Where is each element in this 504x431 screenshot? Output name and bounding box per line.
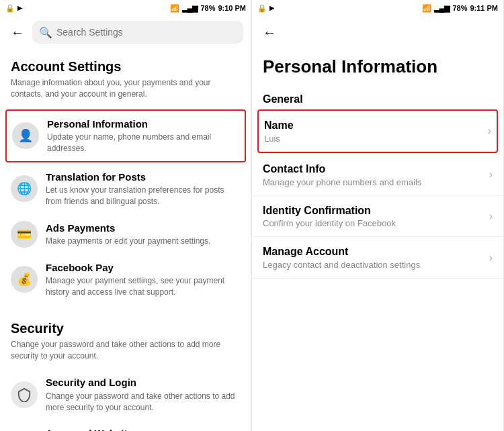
name-subtitle: Luis	[264, 134, 482, 144]
menu-item-facebook-pay[interactable]: 💰 Facebook Pay Manage your payment setti…	[0, 254, 251, 305]
status-right: 📶 ▂▄▆ 78% 9:10 PM	[170, 4, 246, 13]
ads-payments-icon: 💳	[11, 221, 38, 248]
facebook-pay-title: Facebook Pay	[46, 261, 241, 275]
play-icon: ▶	[17, 5, 22, 11]
identity-confirmation-title: Identity Confirmation	[263, 204, 484, 218]
account-settings-section: Account Settings Manage information abou…	[0, 48, 251, 305]
battery-text-right: 78%	[452, 4, 467, 12]
contact-info-text: Contact Info Manage your phone numbers a…	[263, 162, 484, 187]
manage-account-title: Manage Account	[263, 245, 484, 259]
left-scroll-content: Account Settings Manage information abou…	[0, 48, 251, 431]
lock-icon: 🔒	[5, 4, 15, 13]
list-item-name[interactable]: Name Luis ›	[257, 109, 498, 153]
status-right-left: 🔒 ▶	[257, 4, 274, 13]
menu-item-translation[interactable]: 🌐 Translation for Posts Let us know your…	[0, 164, 251, 214]
identity-confirmation-text: Identity Confirmation Confirm your ident…	[263, 204, 484, 229]
manage-account-text: Manage Account Legacy contact and deacti…	[263, 245, 484, 270]
ads-payments-subtitle: Make payments or edit your payment setti…	[46, 236, 241, 247]
identity-confirmation-subtitle: Confirm your identity on Facebook	[263, 218, 484, 228]
list-item-identity-confirmation[interactable]: Identity Confirmation Confirm your ident…	[252, 196, 503, 238]
manage-account-chevron: ›	[489, 252, 493, 264]
security-login-subtitle: Change your password and take other acti…	[46, 391, 241, 414]
list-item-manage-account[interactable]: Manage Account Legacy contact and deacti…	[252, 237, 503, 279]
security-title: Security	[0, 310, 251, 339]
security-login-text: Security and Login Change your password …	[46, 376, 241, 413]
security-login-title: Security and Login	[46, 376, 241, 389]
facebook-pay-text: Facebook Pay Manage your payment setting…	[46, 261, 241, 298]
name-title: Name	[264, 119, 482, 133]
identity-confirmation-chevron: ›	[489, 210, 493, 222]
nav-bar-left: ← 🔍	[0, 16, 251, 48]
lock-icon-right: 🔒	[257, 4, 267, 13]
contact-info-subtitle: Manage your phone numbers and emails	[263, 177, 484, 187]
wifi-icon-right: 📶	[422, 4, 431, 13]
facebook-pay-subtitle: Manage your payment settings, see your p…	[46, 275, 241, 298]
ads-payments-title: Ads Payments	[46, 222, 241, 235]
signal-icon: ▂▄▆	[182, 4, 198, 13]
status-bar-right: 🔒 ▶ 📶 ▂▄▆ 78% 9:11 PM	[252, 0, 503, 16]
time-right: 9:11 PM	[470, 4, 498, 12]
right-panel: 🔒 ▶ 📶 ▂▄▆ 78% 9:11 PM ← Personal Informa…	[252, 0, 504, 431]
menu-item-security-login[interactable]: Security and Login Change your password …	[0, 369, 251, 420]
menu-item-apps-websites[interactable]: Apps and Websites Manage the information…	[0, 420, 251, 431]
status-right-right: 📶 ▂▄▆ 78% 9:11 PM	[422, 4, 498, 13]
personal-information-icon: 👤	[12, 122, 39, 149]
signal-icon-right: ▂▄▆	[434, 4, 450, 13]
time-left: 9:10 PM	[218, 4, 246, 12]
page-title: Personal Information	[252, 48, 503, 88]
battery-text: 78%	[200, 4, 215, 12]
left-panel: 🔒 ▶ 📶 ▂▄▆ 78% 9:10 PM ← 🔍 Account Settin…	[0, 0, 252, 431]
name-chevron: ›	[488, 125, 491, 137]
security-description: Change your password and take other acti…	[0, 339, 251, 370]
contact-info-chevron: ›	[489, 169, 493, 181]
back-button-right[interactable]: ←	[260, 22, 279, 43]
right-scroll-content: Personal Information General Name Luis ›…	[252, 48, 503, 431]
play-icon-right: ▶	[269, 5, 274, 11]
personal-information-title: Personal Information	[47, 117, 239, 131]
translation-text: Translation for Posts Let us know your t…	[46, 171, 241, 207]
list-item-contact-info[interactable]: Contact Info Manage your phone numbers a…	[252, 154, 503, 196]
menu-item-ads-payments[interactable]: 💳 Ads Payments Make payments or edit you…	[0, 214, 251, 254]
translation-icon: 🌐	[11, 175, 38, 202]
wifi-icon: 📶	[170, 4, 179, 13]
ads-payments-text: Ads Payments Make payments or edit your …	[46, 222, 241, 247]
search-bar[interactable]: 🔍	[32, 21, 243, 44]
name-text: Name Luis	[264, 119, 482, 144]
account-settings-title: Account Settings	[0, 48, 251, 77]
nav-bar-right: ←	[252, 16, 503, 48]
search-input[interactable]	[56, 27, 237, 38]
general-group-label: General	[252, 88, 503, 108]
status-left: 🔒 ▶	[5, 4, 22, 13]
personal-information-text: Personal Information Update your name, p…	[47, 117, 239, 154]
status-bar-left: 🔒 ▶ 📶 ▂▄▆ 78% 9:10 PM	[0, 0, 251, 16]
account-settings-description: Manage information about you, your payme…	[0, 77, 251, 108]
security-section: Security Change your password and take o…	[0, 310, 251, 431]
apps-websites-title: Apps and Websites	[46, 427, 241, 431]
contact-info-title: Contact Info	[263, 162, 484, 177]
security-login-icon	[11, 381, 38, 408]
personal-information-subtitle: Update your name, phone numbers and emai…	[47, 132, 239, 154]
menu-item-personal-information[interactable]: 👤 Personal Information Update your name,…	[5, 109, 246, 162]
translation-subtitle: Let us know your translation preferences…	[46, 185, 241, 207]
manage-account-subtitle: Legacy contact and deactivation settings	[263, 260, 484, 270]
translation-title: Translation for Posts	[46, 171, 241, 184]
back-button-left[interactable]: ←	[8, 22, 27, 43]
facebook-pay-icon: 💰	[11, 266, 38, 293]
apps-websites-text: Apps and Websites Manage the information…	[46, 427, 241, 431]
search-icon: 🔍	[39, 26, 52, 39]
